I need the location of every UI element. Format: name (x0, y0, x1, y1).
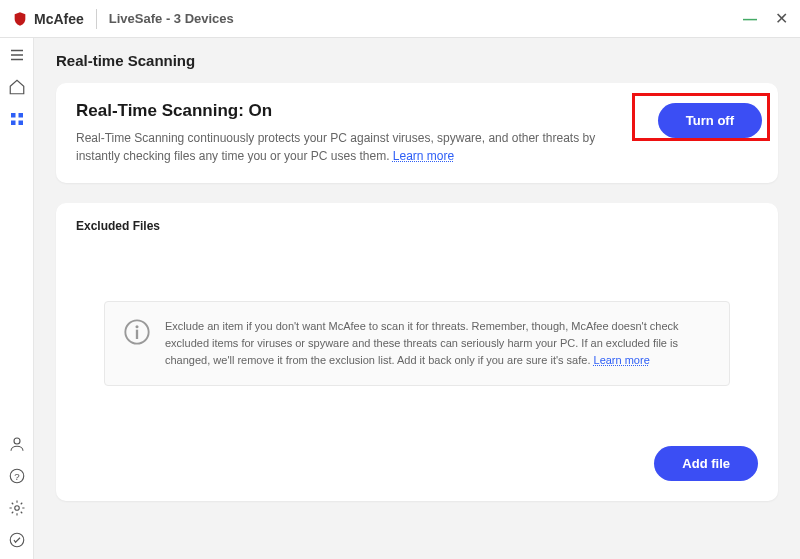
feedback-icon[interactable] (8, 531, 26, 549)
menu-icon[interactable] (8, 46, 26, 64)
turn-off-button[interactable]: Turn off (658, 103, 762, 138)
help-icon[interactable]: ? (8, 467, 26, 485)
status-heading: Real-Time Scanning: On (76, 101, 758, 121)
svg-point-7 (14, 506, 19, 511)
svg-rect-11 (136, 330, 138, 339)
product-name: LiveSafe - 3 Devices (109, 11, 234, 26)
settings-icon[interactable] (8, 499, 26, 517)
excluded-info-box: Exclude an item if you don't want McAfee… (104, 301, 730, 386)
svg-rect-2 (11, 121, 16, 126)
mcafee-shield-icon (12, 10, 28, 28)
svg-text:?: ? (14, 471, 20, 482)
svg-rect-3 (18, 121, 23, 126)
window-controls: — ✕ (743, 9, 788, 28)
page-title: Real-time Scanning (56, 52, 778, 69)
realtime-scanning-card: Real-Time Scanning: On Real-Time Scannin… (56, 83, 778, 183)
svg-point-4 (14, 438, 20, 444)
add-file-button[interactable]: Add file (654, 446, 758, 481)
titlebar: McAfee LiveSafe - 3 Devices — ✕ (0, 0, 800, 38)
excluded-info-text: Exclude an item if you don't want McAfee… (165, 318, 711, 369)
status-description-text: Real-Time Scanning continuously protects… (76, 131, 595, 163)
excluded-files-card: Excluded Files Exclude an item if you do… (56, 203, 778, 501)
svg-rect-0 (11, 113, 16, 118)
svg-rect-1 (18, 113, 23, 118)
close-button[interactable]: ✕ (775, 9, 788, 28)
divider (96, 9, 97, 29)
sidebar: ? (0, 38, 34, 559)
svg-point-10 (135, 325, 138, 328)
add-file-row: Add file (76, 446, 758, 481)
excluded-heading: Excluded Files (76, 219, 758, 233)
body: ? Real-time Scanning Real-Time Scanning:… (0, 38, 800, 559)
learn-more-link[interactable]: Learn more (393, 149, 454, 163)
excluded-learn-more-link[interactable]: Learn more (594, 354, 650, 366)
brand: McAfee (12, 10, 84, 28)
minimize-button[interactable]: — (743, 11, 757, 27)
brand-name: McAfee (34, 11, 84, 27)
status-description: Real-Time Scanning continuously protects… (76, 129, 596, 165)
home-icon[interactable] (8, 78, 26, 96)
main-content: Real-time Scanning Real-Time Scanning: O… (34, 38, 800, 559)
info-icon (123, 318, 151, 346)
account-icon[interactable] (8, 435, 26, 453)
apps-icon[interactable] (8, 110, 26, 128)
